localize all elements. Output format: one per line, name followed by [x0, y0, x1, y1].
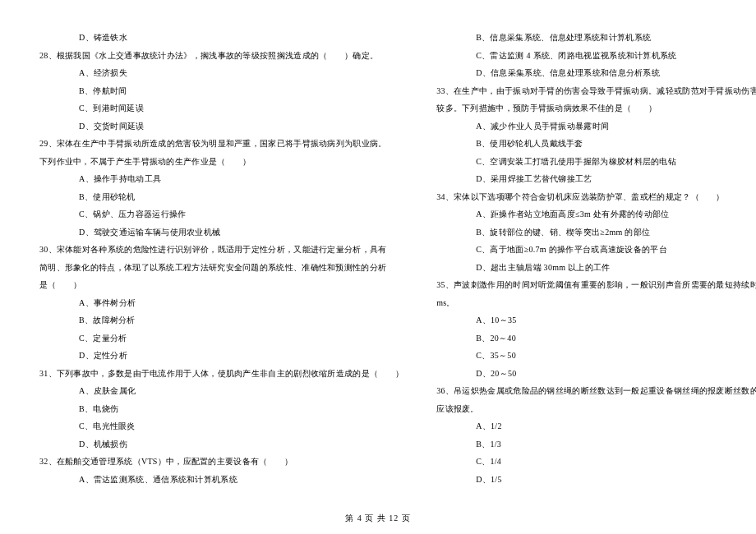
text-line: C、雷达监测 4 系统、闭路电视监视系统和计算机系统 [436, 47, 756, 65]
text-line: B、故障树分析 [39, 311, 403, 329]
text-line: B、停航时间 [39, 82, 403, 100]
text-line: B、信息采集系统、信息处理系统和计算机系统 [436, 29, 756, 47]
text-line: D、铸造铁水 [39, 29, 403, 47]
text-line: C、1/4 [436, 453, 756, 471]
text-line: A、距操作者站立地面高度≤3m 处有外露的传动部位 [436, 205, 756, 223]
text-line: 31、下列事故中，多数是由于电流作用于人体，使肌肉产生非自主的剧烈收缩所造成的是… [39, 365, 403, 383]
text-line: A、1/2 [436, 417, 756, 435]
text-line: A、事件树分析 [39, 294, 403, 312]
text-line: 是（ ） [39, 276, 403, 294]
text-line: D、交货时间延误 [39, 117, 403, 136]
text-line: B、电烧伤 [39, 400, 403, 418]
text-line: C、高于地面≥0.7m 的操作平台或高速旋设备的平台 [436, 241, 756, 259]
text-line: A、减少作业人员手臂振动暴露时间 [436, 117, 756, 136]
text-line: C、空调安装工打墙孔使用手握部为橡胶材料层的电钻 [436, 153, 756, 171]
text-line: 36、吊运炽热金属或危险品的钢丝绳的断丝数达到一般起重设备钢丝绳的报废断丝数的（… [436, 382, 756, 400]
text-line: B、20～40 [436, 329, 756, 348]
text-line: C、锅炉、压力容器运行操作 [39, 205, 403, 223]
text-line: 34、宋体以下选项哪个符合金切机床应选装防护罩、盖或栏的规定？（ ） [436, 188, 756, 206]
page-footer: 第 4 页 共 12 页 [0, 513, 756, 524]
text-line: 35、声波刺激作用的时间对听觉阈值有重要的影响，一般识别声音所需要的最短持续时间… [436, 276, 756, 294]
text-line: A、皮肤金属化 [39, 382, 403, 400]
text-line: B、旋转部位的键、销、楔等突出≥2mm 的部位 [436, 223, 756, 242]
text-line: D、1/5 [436, 471, 756, 489]
text-line: 30、宋体能对各种系统的危险性进行识别评价，既适用于定性分析，又能进行定量分析，… [39, 241, 403, 259]
text-line: 32、在船舶交通管理系统（VTS）中，应配置的主要设备有（ ） [39, 453, 403, 471]
text-line: D、超出主轴后端 30mm 以上的工件 [436, 259, 756, 277]
text-line: 应该报废。 [436, 400, 756, 418]
text-line: A、雷达监测系统、通信系统和计算机系统 [39, 471, 403, 489]
text-line: B、使用砂轮机 [39, 188, 403, 206]
text-line: D、20～50 [436, 365, 756, 383]
text-line: D、采用焊接工艺替代铆接工艺 [436, 170, 756, 188]
text-line: ms。 [436, 294, 756, 312]
text-line: 29、宋体在生产中手臂振动所造成的危害较为明显和严重，国家已将手臂振动病列为职业… [39, 135, 403, 153]
left-column: D、铸造铁水28、根据我国《水上交通事故统计办法》，搁浅事故的等级按照搁浅造成的… [39, 29, 420, 509]
text-line: 下列作业中，不属于产生手臂振动的生产作业是（ ） [39, 153, 403, 171]
text-line: 28、根据我国《水上交通事故统计办法》，搁浅事故的等级按照搁浅造成的（ ）确定。 [39, 47, 403, 65]
text-line: D、机械损伤 [39, 435, 403, 453]
text-line: C、35～50 [436, 347, 756, 365]
text-line: B、1/3 [436, 435, 756, 453]
right-column: B、信息采集系统、信息处理系统和计算机系统C、雷达监测 4 系统、闭路电视监视系… [420, 29, 756, 509]
text-line: C、到港时间延误 [39, 99, 403, 117]
text-line: C、电光性眼炎 [39, 417, 403, 435]
text-line: D、驾驶交通运输车辆与使用农业机械 [39, 223, 403, 242]
text-line: A、操作手持电动工具 [39, 170, 403, 188]
text-line: C、定量分析 [39, 329, 403, 348]
text-line: 33、在生产中，由于振动对手臂的伤害会导致手臂振动病。减轻或防范对手臂振动伤害的… [436, 82, 756, 100]
text-line: 简明、形象化的特点，体现了以系统工程方法研究安全问题的系统性、准确性和预测性的分… [39, 259, 403, 277]
text-line: D、信息采集系统、信息处理系统和信息分析系统 [436, 64, 756, 82]
text-line: D、定性分析 [39, 347, 403, 365]
page-body: D、铸造铁水28、根据我国《水上交通事故统计办法》，搁浅事故的等级按照搁浅造成的… [0, 0, 756, 534]
text-line: A、经济损失 [39, 64, 403, 82]
text-line: B、使用砂轮机人员戴线手套 [436, 135, 756, 153]
text-line: A、10～35 [436, 311, 756, 329]
text-line: 较多。下列措施中，预防手臂振动病效果不佳的是（ ） [436, 99, 756, 117]
